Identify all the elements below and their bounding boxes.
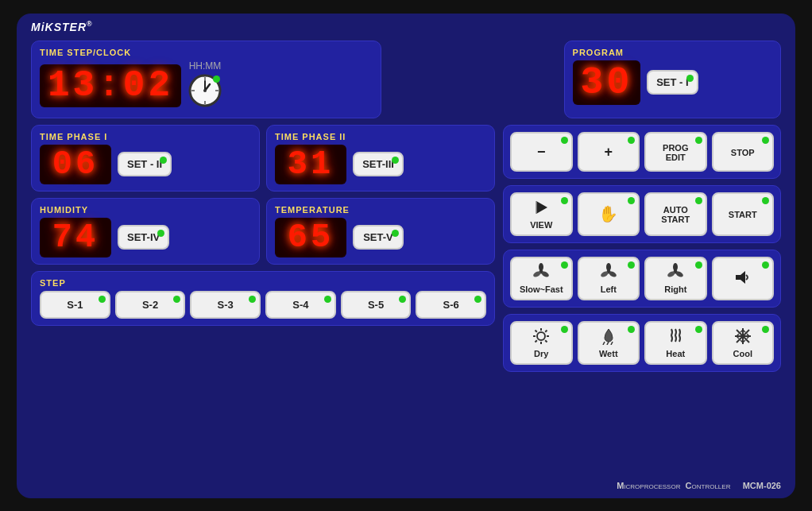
slowfast-button[interactable]: Slow~Fast	[510, 257, 573, 300]
wett-button[interactable]: Wett	[578, 321, 640, 365]
step-buttons-row: S-1 S-2 S-3 S-4	[40, 291, 486, 319]
step-s5-button[interactable]: S-5	[341, 291, 412, 319]
brand-logo: MiKSTER®	[31, 20, 93, 33]
cool-button[interactable]: Cool	[712, 321, 775, 365]
stop-label: STOP	[731, 148, 755, 157]
phase1-display: 06	[40, 145, 111, 184]
set1-button[interactable]: SET - I	[647, 70, 698, 95]
sound-icon	[734, 269, 752, 288]
s6-dot	[474, 296, 481, 303]
s1-dot	[99, 296, 106, 303]
s2-dot	[173, 296, 180, 303]
wett-label: Wett	[599, 349, 618, 358]
sound-button[interactable]	[712, 257, 775, 300]
svg-line-33	[607, 342, 609, 345]
left-label: Left	[601, 285, 617, 294]
humidity-panel: HUMIDITY 74 SET-IV	[31, 198, 260, 265]
view-dot	[561, 197, 568, 204]
ctrl-row4: Dry Wett	[503, 314, 781, 372]
humidity-label: HUMIDITY	[40, 205, 251, 215]
start-button[interactable]: START	[712, 192, 775, 236]
svg-point-19	[673, 263, 678, 271]
time-step-inner: 13:02 HH:MM	[40, 60, 373, 111]
clock-dot	[213, 75, 220, 83]
ctrl-row1: − + PROGEDIT STOP	[503, 125, 781, 179]
temperature-inner: 65 SET-V	[275, 218, 486, 257]
progedit-dot	[695, 137, 702, 144]
set5-dot	[392, 230, 399, 237]
program-label: PROGRAM	[573, 48, 772, 57]
set3-button[interactable]: SET-III	[353, 152, 404, 176]
stop-dot	[762, 137, 769, 144]
step-panel: STEP S-1 S-2 S-3	[31, 271, 495, 326]
slowfast-label: Slow~Fast	[520, 285, 563, 294]
minus-dot	[561, 137, 568, 144]
autostart-dot	[695, 197, 702, 204]
svg-line-30	[545, 330, 547, 331]
left-area: TIME PHASE I 06 SET - II TIME PHASE II 3…	[31, 125, 495, 473]
view-icon	[532, 199, 550, 219]
plus-icon: +	[604, 145, 613, 159]
program-panel: PROGRAM 30 SET - I	[564, 41, 781, 118]
dry-button[interactable]: Dry	[510, 321, 573, 365]
plus-button[interactable]: +	[578, 132, 640, 172]
hand-button[interactable]: ✋	[578, 192, 640, 236]
set2-dot	[160, 157, 167, 164]
start-label: START	[729, 210, 757, 219]
svg-line-28	[536, 330, 537, 331]
clock-icon-wrap	[188, 73, 222, 111]
heat-button[interactable]: Heat	[644, 321, 707, 365]
humidity-temp-row: HUMIDITY 74 SET-IV TEMPERATURE 65	[31, 198, 495, 265]
left-button[interactable]: Left	[578, 257, 640, 300]
set5-button[interactable]: SET-V	[353, 225, 404, 250]
progedit-button[interactable]: PROGEDIT	[644, 132, 707, 172]
minus-button[interactable]: −	[510, 132, 573, 172]
phase2-inner: 31 SET-III	[275, 145, 486, 184]
stop-button[interactable]: STOP	[712, 132, 775, 172]
main-area: TIME PHASE I 06 SET - II TIME PHASE II 3…	[31, 125, 781, 473]
hand-icon: ✋	[598, 206, 618, 222]
hand-dot	[628, 197, 635, 204]
time-step-clock-panel: TIME STEP/CLOCK 13:02 HH:MM	[31, 41, 381, 118]
s3-dot	[249, 296, 256, 303]
start-dot	[762, 197, 769, 204]
set1-dot	[686, 75, 694, 82]
step-s6-button[interactable]: S-6	[416, 291, 486, 319]
autostart-button[interactable]: AUTOSTART	[644, 192, 707, 236]
set4-button[interactable]: SET-IV	[118, 225, 169, 250]
ctrl-row3: Slow~Fast Left	[503, 250, 781, 308]
s5-dot	[399, 296, 406, 303]
svg-point-11	[539, 263, 543, 271]
top-row: TIME STEP/CLOCK 13:02 HH:MM	[31, 41, 781, 118]
heat-label: Heat	[666, 349, 685, 358]
footer-label: Microprocessor Controller MCM-026	[31, 479, 781, 490]
right-button[interactable]: Right	[644, 257, 707, 300]
cool-label: Cool	[733, 349, 752, 358]
controller-panel: MiKSTER® TIME STEP/CLOCK 13:02 HH:MM	[17, 14, 795, 498]
svg-marker-8	[536, 201, 547, 214]
plus-dot	[628, 137, 635, 144]
step-s3-button[interactable]: S-3	[190, 291, 261, 319]
phase1-label: TIME PHASE I	[40, 132, 251, 141]
phase2-display: 31	[275, 145, 346, 184]
view-button[interactable]: VIEW	[510, 192, 573, 236]
svg-line-34	[611, 342, 613, 345]
heat-dot	[695, 326, 702, 333]
humidity-inner: 74 SET-IV	[40, 218, 251, 257]
step-s4-button[interactable]: S-4	[265, 291, 336, 319]
sound-dot	[762, 261, 769, 269]
step-s2-button[interactable]: S-2	[115, 291, 186, 319]
step-s1-button[interactable]: S-1	[40, 291, 110, 319]
svg-point-15	[606, 263, 611, 271]
temperature-display: 65	[275, 218, 346, 257]
heat-icon	[667, 327, 684, 347]
wett-icon	[600, 327, 617, 347]
view-label: VIEW	[530, 220, 552, 230]
phase2-label: TIME PHASE II	[275, 132, 486, 141]
set2-button[interactable]: SET - II	[118, 152, 172, 176]
right-label: Right	[664, 285, 686, 294]
slowfast-fan-icon	[532, 263, 550, 283]
temperature-label: TEMPERATURE	[275, 205, 486, 215]
play-icon	[532, 199, 550, 216]
right-fan-icon	[667, 263, 684, 283]
